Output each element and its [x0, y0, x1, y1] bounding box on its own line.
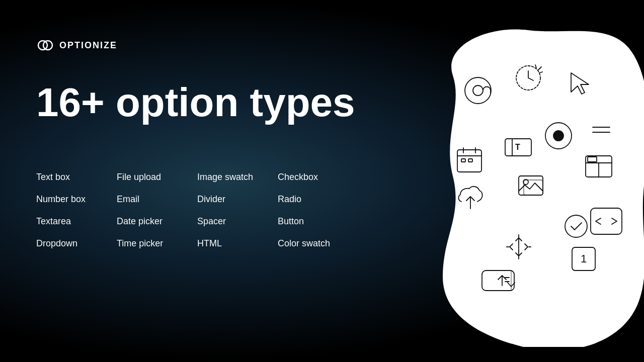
svg-rect-13 — [468, 159, 472, 162]
option-color-swatch: Color swatch — [278, 232, 358, 254]
option-number-box: Number box — [36, 188, 117, 210]
option-html: HTML — [197, 232, 278, 254]
logo-icon — [36, 36, 54, 54]
svg-point-22 — [565, 215, 587, 237]
svg-rect-26 — [482, 270, 514, 291]
menu-icon — [586, 116, 616, 146]
svg-rect-20 — [524, 180, 543, 195]
option-image-swatch: Image swatch — [197, 166, 278, 188]
option-button: Button — [278, 210, 358, 232]
calendar-icon — [453, 143, 486, 176]
illustration-blob: T — [413, 15, 644, 347]
options-grid: Text box File upload Image swatch Checkb… — [36, 166, 358, 254]
radio-icon — [541, 118, 576, 153]
clock-icon — [511, 60, 546, 96]
number-icon: 1 — [569, 244, 599, 274]
email-icon — [460, 73, 496, 108]
svg-point-2 — [465, 77, 491, 104]
option-text-box: Text box — [36, 166, 117, 188]
option-date-picker: Date picker — [117, 210, 197, 232]
option-checkbox: Checkbox — [278, 166, 358, 188]
option-email: Email — [117, 188, 197, 210]
image-icon — [513, 168, 548, 204]
svg-rect-17 — [588, 157, 597, 162]
main-heading: 16+ option types — [36, 80, 355, 125]
option-divider: Divider — [197, 188, 278, 210]
text-input-icon: T — [501, 128, 536, 163]
option-time-picker: Time picker — [117, 232, 197, 254]
option-dropdown: Dropdown — [36, 232, 117, 254]
cloud-upload-icon — [453, 180, 488, 215]
checkbox-icon — [561, 211, 591, 241]
svg-rect-18 — [519, 176, 543, 195]
svg-text:1: 1 — [581, 252, 587, 265]
svg-point-8 — [553, 131, 564, 141]
logo: OPTIONIZE — [36, 36, 117, 54]
code-icon — [586, 204, 626, 239]
svg-text:T: T — [515, 143, 520, 151]
logo-text: OPTIONIZE — [59, 40, 117, 51]
svg-rect-12 — [461, 159, 465, 162]
option-textarea: Textarea — [36, 210, 117, 232]
svg-point-3 — [473, 85, 483, 96]
option-file-upload: File upload — [117, 166, 197, 188]
table-icon — [581, 148, 616, 184]
icons-layer: T — [413, 15, 644, 347]
cursor-icon — [561, 65, 596, 101]
option-spacer: Spacer — [197, 210, 278, 232]
dropdown-icon — [478, 266, 518, 294]
option-radio: Radio — [278, 188, 358, 210]
spacer-icon — [502, 230, 535, 263]
